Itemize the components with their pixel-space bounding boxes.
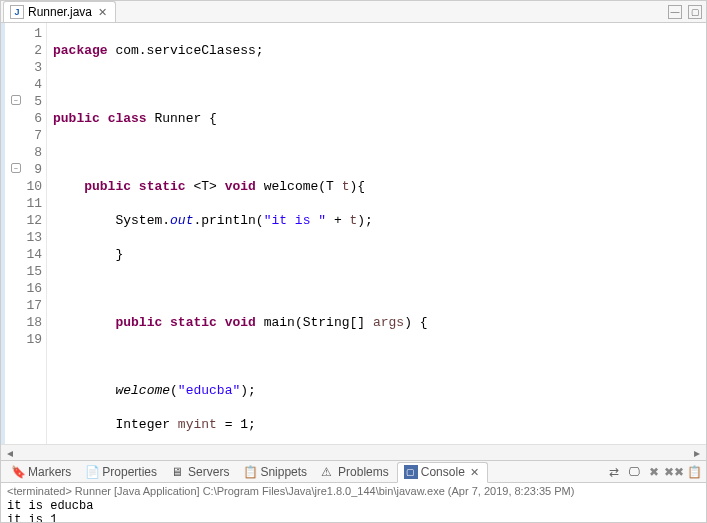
markers-icon: 🔖 [11, 465, 25, 479]
line-number: –5 [13, 93, 42, 110]
tab-console[interactable]: ▢Console ✕ [397, 462, 488, 483]
editor-left-margin [1, 23, 11, 444]
views-tab-bar: 🔖Markers 📄Properties 🖥Servers 📋Snippets … [1, 461, 706, 483]
java-file-icon: J [10, 5, 24, 19]
scroll-left-icon[interactable]: ◂ [3, 446, 17, 460]
editor-tab-runner[interactable]: J Runner.java ✕ [3, 1, 116, 22]
line-number: 8 [13, 144, 42, 161]
code-pane: 1 2 3 4 –5 6 7 8 –9 10 11 12 13 14 15 16… [1, 23, 706, 444]
tab-servers[interactable]: 🖥Servers [165, 464, 235, 480]
line-number: 19 [13, 331, 42, 348]
horizontal-scrollbar[interactable]: ◂ ▸ [1, 444, 706, 460]
editor-tab-label: Runner.java [28, 5, 92, 19]
line-number: 10 [13, 178, 42, 195]
editor-tab-bar: J Runner.java ✕ — ▢ [1, 1, 706, 23]
line-number: 6 [13, 110, 42, 127]
bottom-panel: 🔖Markers 📄Properties 🖥Servers 📋Snippets … [1, 461, 706, 523]
fold-icon[interactable]: – [11, 95, 21, 105]
line-number: 17 [13, 297, 42, 314]
minimize-icon[interactable]: — [668, 5, 682, 19]
scroll-right-icon[interactable]: ▸ [690, 446, 704, 460]
line-number: 15 [13, 263, 42, 280]
line-number: 3 [13, 59, 42, 76]
tab-snippets[interactable]: 📋Snippets [237, 464, 313, 480]
remove-all-icon[interactable]: ✖✖ [666, 464, 682, 480]
line-number: 18 [13, 314, 42, 331]
close-icon[interactable]: ✕ [468, 466, 481, 479]
snippets-icon: 📋 [243, 465, 257, 479]
tab-properties[interactable]: 📄Properties [79, 464, 163, 480]
properties-icon: 📄 [85, 465, 99, 479]
console-icon: ▢ [404, 465, 418, 479]
open-console-icon[interactable]: 📋 [686, 464, 702, 480]
line-number: 14 [13, 246, 42, 263]
maximize-icon[interactable]: ▢ [688, 5, 702, 19]
close-icon[interactable]: ✕ [96, 6, 109, 19]
display-icon[interactable]: 🖵 [626, 464, 642, 480]
line-number: 4 [13, 76, 42, 93]
pin-icon[interactable]: ⇄ [606, 464, 622, 480]
line-number: 7 [13, 127, 42, 144]
terminated-status: <terminated> Runner [Java Application] C… [7, 485, 700, 497]
line-number: 12 [13, 212, 42, 229]
remove-launch-icon[interactable]: ✖ [646, 464, 662, 480]
line-number: 1 [13, 25, 42, 42]
line-number: 11 [13, 195, 42, 212]
line-number: 13 [13, 229, 42, 246]
code-text-area[interactable]: package com.serviceClasess; public class… [47, 23, 706, 444]
console-output[interactable]: <terminated> Runner [Java Application] C… [1, 483, 706, 523]
console-line: it is 1 [7, 513, 700, 523]
problems-icon: ⚠ [321, 465, 335, 479]
servers-icon: 🖥 [171, 465, 185, 479]
tab-problems[interactable]: ⚠Problems [315, 464, 395, 480]
line-number: 16 [13, 280, 42, 297]
tab-markers[interactable]: 🔖Markers [5, 464, 77, 480]
console-toolbar: ⇄ 🖵 ✖ ✖✖ 📋 [606, 464, 702, 480]
line-number: 2 [13, 42, 42, 59]
line-number: –9 [13, 161, 42, 178]
fold-icon[interactable]: – [11, 163, 21, 173]
console-line: it is educba [7, 499, 700, 513]
editor-area: J Runner.java ✕ — ▢ 1 2 3 4 –5 6 7 8 –9 … [1, 1, 706, 461]
editor-window-controls: — ▢ [668, 5, 702, 19]
line-number-gutter: 1 2 3 4 –5 6 7 8 –9 10 11 12 13 14 15 16… [11, 23, 47, 444]
